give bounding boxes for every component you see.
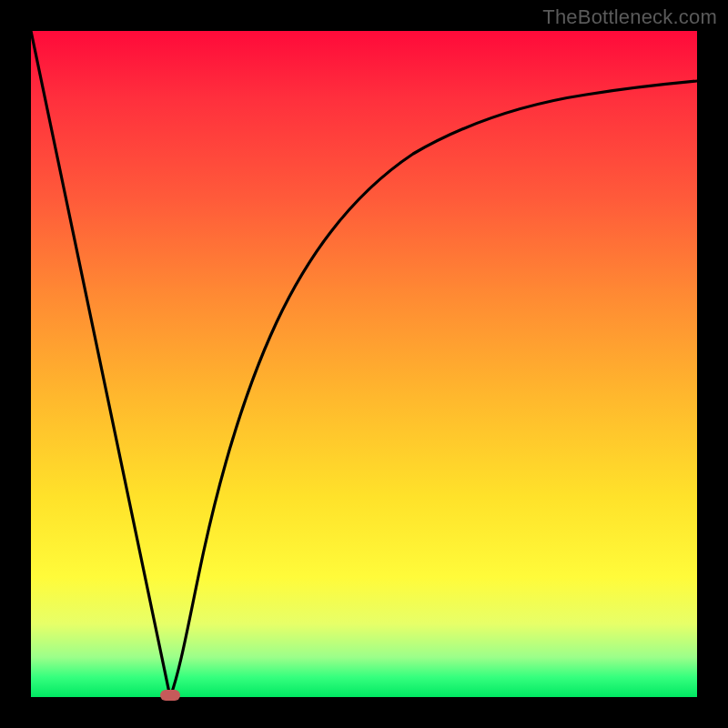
- watermark-text: TheBottleneck.com: [542, 5, 717, 29]
- bottleneck-curve-path: [31, 31, 697, 697]
- plot-area: [31, 31, 697, 697]
- vertex-marker: [160, 690, 180, 701]
- chart-frame: TheBottleneck.com: [0, 0, 728, 728]
- curve-svg: [31, 31, 697, 697]
